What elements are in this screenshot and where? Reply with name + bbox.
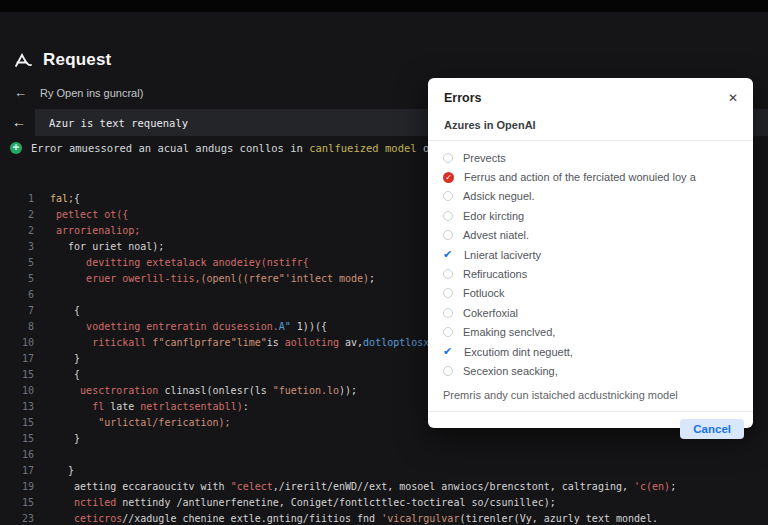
code-token: fl <box>50 399 110 415</box>
line-number: 15 <box>0 415 50 431</box>
code-token: "fuetion.lo <box>273 383 339 399</box>
radio-icon[interactable] <box>443 366 453 376</box>
code-line: 17 } <box>0 463 768 479</box>
toolbar-back-arrow-icon[interactable]: ← <box>12 114 26 130</box>
request-input-value: Azur is text requenaly <box>49 117 188 129</box>
modal-footer: Cancel <box>428 412 753 439</box>
error-circle-icon[interactable]: ✓ <box>443 172 454 183</box>
back-arrow-icon[interactable]: ← <box>14 86 27 99</box>
error-option-row[interactable]: Refirucations <box>443 264 737 283</box>
page-header: Request <box>14 50 111 70</box>
error-option-row[interactable]: ✓Ferrus and action of the ferciated wonu… <box>443 167 737 186</box>
line-number: 19 <box>0 479 50 495</box>
code-token: ceticros <box>50 511 122 525</box>
code-token: netrlactsentabll) <box>140 399 242 415</box>
error-option-row[interactable]: Prevects <box>443 148 737 167</box>
code-line: 19 aetting eccaraoucitv with "celect,/ir… <box>0 479 768 495</box>
error-option-label: Fotluock <box>463 287 505 299</box>
line-number: 10 <box>0 383 50 399</box>
error-option-row[interactable]: Advest niatel. <box>443 226 737 245</box>
line-number: 23 <box>0 511 50 525</box>
line-number: 17 <box>0 463 50 479</box>
radio-icon[interactable] <box>443 153 453 163</box>
radio-icon[interactable] <box>443 327 453 337</box>
top-strip <box>0 0 768 12</box>
line-number: 16 <box>0 447 50 463</box>
line-number: 6 <box>0 287 50 303</box>
code-token: aolloting <box>285 335 339 351</box>
code-token: petlect ot({ <box>50 207 128 223</box>
error-option-label: Cokerfoxial <box>463 307 518 319</box>
radio-icon[interactable] <box>443 211 453 221</box>
code-token: clinasl(onlesr(ls <box>164 383 272 399</box>
line-number: 13 <box>0 399 50 415</box>
modal-subtitle: Azures in OpenAI <box>428 105 753 131</box>
code-token: f"canflprfare"lime" <box>152 335 266 351</box>
error-option-row[interactable]: Secexion seacking, <box>443 361 737 380</box>
code-token: A" <box>279 319 297 335</box>
code-token: (openl((rfere"'intlect mode) <box>201 271 370 287</box>
error-option-row[interactable]: Edor kircting <box>443 206 737 225</box>
code-token: uesctroration <box>50 383 164 399</box>
error-option-label: Prevects <box>463 152 506 164</box>
error-option-label: Edor kircting <box>463 210 524 222</box>
check-icon[interactable]: ✔ <box>443 249 454 260</box>
code-token: 'c(en) <box>634 479 670 495</box>
radio-icon[interactable] <box>443 308 453 318</box>
modal-note: Premris andy cun istaiched acdustnicking… <box>428 381 753 401</box>
close-icon[interactable]: ✕ <box>728 92 738 104</box>
code-token: devitting extetalack anodeiey(nstifr{ <box>50 255 309 271</box>
error-option-row[interactable]: Emaking senclved, <box>443 323 737 342</box>
code-line: 16 <box>0 447 768 463</box>
line-number: 10 <box>0 335 50 351</box>
line-number: 1 <box>0 191 50 207</box>
error-option-label: Excutiom dint neguett, <box>464 346 573 358</box>
code-token: dotloptlosx <box>363 335 429 351</box>
error-option-row[interactable]: Fotluock <box>443 284 737 303</box>
error-option-row[interactable]: Cokerfoxial <box>443 303 737 322</box>
code-token: : <box>243 399 249 415</box>
code-token: ; <box>369 271 375 287</box>
code-token: ,/irerilt/enWD//ext, mosoel anwiocs/bren… <box>273 479 634 495</box>
radio-icon[interactable] <box>443 288 453 298</box>
code-token: aetting eccaraoucitv with <box>50 479 231 495</box>
radio-icon[interactable] <box>443 230 453 240</box>
code-token: ritickall <box>50 335 152 351</box>
error-option-label: Adsick neguel. <box>463 190 535 202</box>
code-token: vodetting entreratin dcusession. <box>50 319 279 335</box>
code-token: fal; <box>50 191 74 207</box>
code-token: 'vicalrgulvar <box>381 511 459 525</box>
code-token: arrorienaliop; <box>50 223 140 239</box>
line-number: 15 <box>0 431 50 447</box>
code-token: //xadugle chenine extle.gnting/fiitios f… <box>122 511 381 525</box>
error-option-label: Secexion seacking, <box>463 365 558 377</box>
app-logo-icon <box>14 52 33 69</box>
line-number: 15 <box>0 367 50 383</box>
error-option-label: Emaking senclved, <box>463 326 555 338</box>
radio-icon[interactable] <box>443 191 453 201</box>
code-line: 23 ceticros//xadugle chenine extle.gntin… <box>0 511 768 525</box>
radio-icon[interactable] <box>443 269 453 279</box>
page-title: Request <box>43 50 111 70</box>
cancel-button[interactable]: Cancel <box>680 419 744 439</box>
error-option-row[interactable]: ✔Lnierat laciverty <box>443 245 737 264</box>
check-icon[interactable]: ✔ <box>443 346 454 357</box>
code-token: nctiled <box>50 495 122 511</box>
code-token: ; <box>670 479 676 495</box>
error-option-row[interactable]: Adsick neguel. <box>443 187 737 206</box>
error-options-list: Prevects✓Ferrus and action of the fercia… <box>428 141 753 381</box>
code-token: )); <box>339 383 357 399</box>
line-number: 15 <box>0 495 50 511</box>
error-option-label: Ferrus and action of the ferciated wonui… <box>464 171 696 183</box>
code-token: eruer owerlil-tiis, <box>50 271 201 287</box>
code-token: } <box>50 431 80 447</box>
error-option-row[interactable]: ✔Excutiom dint neguett, <box>443 342 737 361</box>
code-token: { <box>50 303 80 319</box>
code-token: { <box>74 191 80 207</box>
code-token: av, <box>339 335 363 351</box>
code-token: } <box>50 351 80 367</box>
line-number: 2 <box>0 223 50 239</box>
code-token: (tirenler(Vy, azurly text mondel. <box>459 511 658 525</box>
line-number: 7 <box>0 303 50 319</box>
errors-modal: Errors ✕ Azures in OpenAI Prevects✓Ferru… <box>428 78 753 428</box>
